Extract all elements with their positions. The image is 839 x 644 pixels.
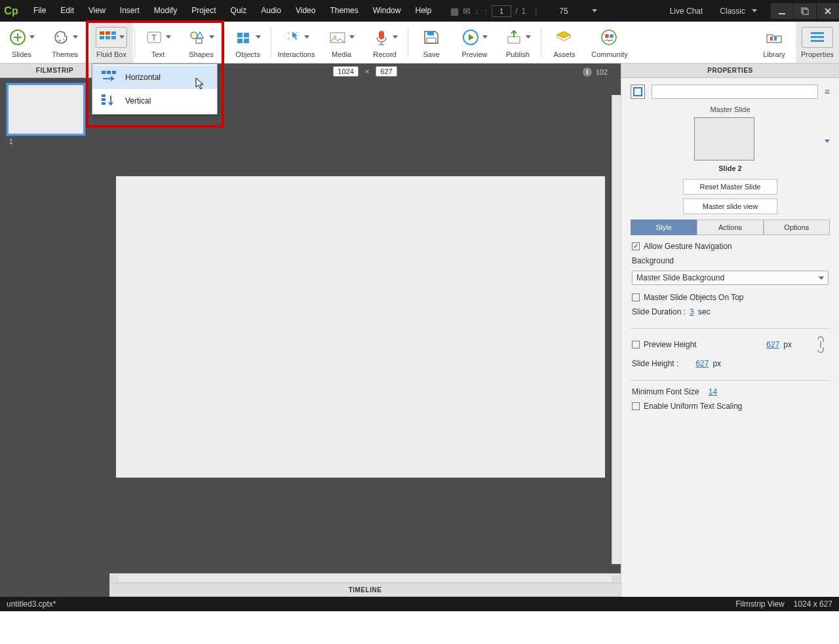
slide-canvas[interactable] (116, 176, 605, 478)
page-sep: / (515, 7, 517, 16)
slide-duration-label: Slide Duration : (632, 307, 686, 316)
page-current-input[interactable]: 1 (492, 5, 511, 17)
tool-slides[interactable]: Slides (0, 22, 43, 63)
menu-window[interactable]: Window (366, 0, 408, 22)
tool-media[interactable]: Media (320, 22, 363, 63)
tool-text[interactable]: TText (136, 22, 180, 63)
svg-rect-23 (379, 31, 384, 39)
tool-themes[interactable]: Themes (43, 22, 87, 63)
layout-icon[interactable]: ▦ (450, 6, 459, 16)
status-bar: untitled3.cptx* Filmstrip View 1024 x 62… (0, 597, 839, 611)
minimize-button[interactable] (771, 3, 793, 19)
svg-point-28 (602, 30, 616, 45)
timeline-header[interactable]: TIMELINE (109, 582, 621, 597)
menu-help[interactable]: Help (408, 0, 439, 22)
menu-video[interactable]: Video (288, 0, 322, 22)
canvas-height-field[interactable]: 627 (376, 66, 397, 77)
min-font-size-value[interactable]: 14 (709, 387, 717, 396)
fluid-box-dropdown: Horizontal Vertical (92, 64, 218, 115)
workspace-dropdown-icon[interactable] (752, 9, 757, 12)
svg-rect-18 (244, 33, 249, 37)
menu-view[interactable]: View (81, 0, 113, 22)
canvas-area: 1024 × 627 102 TIMELINE (109, 64, 621, 597)
reset-master-slide-button[interactable]: Reset Master Slide (683, 179, 777, 195)
tool-interactions[interactable]: Interactions (273, 22, 320, 63)
dropdown-item-vertical[interactable]: Vertical (92, 89, 217, 113)
svg-rect-40 (107, 71, 111, 74)
tool-publish[interactable]: Publish (496, 22, 539, 63)
master-slide-dropdown-icon[interactable] (825, 140, 830, 143)
menu-insert[interactable]: Insert (113, 0, 147, 22)
svg-rect-19 (237, 39, 243, 43)
properties-header: PROPERTIES (621, 64, 839, 78)
object-name-input[interactable] (652, 85, 818, 99)
master-slide-view-button[interactable]: Master slide view (683, 199, 777, 214)
app-logo: Cp (0, 0, 22, 22)
ruler-position: 102 (596, 68, 608, 76)
workspace-selector[interactable]: Classic (720, 7, 745, 16)
object-type-icon (631, 85, 645, 99)
slide-height-value[interactable]: 627 (695, 359, 709, 368)
px-label: px (783, 340, 792, 349)
horizontal-scrollbar[interactable] (109, 573, 621, 582)
breakpoint-marker-icon[interactable] (581, 66, 593, 78)
tool-objects[interactable]: Objects (226, 22, 269, 63)
tab-actions[interactable]: Actions (697, 219, 763, 235)
svg-rect-35 (811, 40, 824, 42)
preview-height-value[interactable]: 627 (766, 340, 779, 349)
menu-themes[interactable]: Themes (322, 0, 365, 22)
menu-file[interactable]: File (26, 0, 53, 22)
menu-audio[interactable]: Audio (254, 0, 288, 22)
svg-rect-8 (106, 31, 110, 35)
menu-edit[interactable]: Edit (53, 0, 81, 22)
tool-save[interactable]: Save (410, 22, 453, 63)
mail-icon[interactable]: ✉ (463, 6, 471, 16)
tool-fluid-box[interactable]: Fluid Box (90, 22, 133, 63)
svg-text:T: T (151, 33, 157, 43)
tool-shapes[interactable]: Shapes (180, 22, 223, 63)
tool-preview[interactable]: Preview (453, 22, 496, 63)
zoom-dropdown-icon[interactable] (592, 9, 597, 12)
tab-style[interactable]: Style (631, 219, 697, 235)
svg-point-30 (610, 34, 614, 38)
arrow-up-icon[interactable]: ↑ (483, 6, 488, 16)
uniform-text-scaling-checkbox[interactable]: Enable Uniform Text Scaling (632, 402, 743, 411)
svg-rect-7 (100, 31, 104, 35)
link-heights-icon[interactable] (813, 335, 829, 354)
tool-assets[interactable]: Assets (543, 22, 586, 63)
slide-duration-value[interactable]: 3 (690, 307, 694, 316)
menu-project[interactable]: Project (184, 0, 223, 22)
svg-rect-39 (102, 71, 106, 74)
slide-thumbnail-1[interactable] (7, 83, 85, 136)
master-slide-thumbnail[interactable] (694, 117, 754, 161)
object-menu-icon[interactable]: ≡ (825, 86, 830, 97)
status-dimensions: 1024 x 627 (794, 599, 832, 609)
menu-bar: File Edit View Insert Modify Project Qui… (26, 0, 439, 22)
status-filename: untitled3.cptx* (7, 599, 56, 609)
background-label: Background (632, 256, 674, 265)
zoom-value[interactable]: 75 (559, 7, 587, 16)
tool-properties[interactable]: Properties (796, 22, 839, 63)
svg-point-29 (605, 34, 609, 38)
svg-rect-16 (196, 39, 202, 43)
live-chat-link[interactable]: Live Chat (670, 7, 703, 16)
vertical-scrollbar[interactable] (612, 95, 621, 564)
allow-gesture-checkbox[interactable]: Allow Gesture Navigation (632, 242, 732, 251)
arrow-down-icon[interactable]: ↓ (475, 6, 479, 16)
menu-quiz[interactable]: Quiz (224, 0, 254, 22)
tool-record[interactable]: Record (363, 22, 406, 63)
tool-library[interactable]: Library (752, 22, 796, 63)
tool-community[interactable]: Community (586, 22, 633, 63)
canvas-width-field[interactable]: 1024 (333, 66, 358, 77)
maximize-button[interactable] (794, 3, 816, 19)
svg-rect-44 (102, 102, 106, 105)
svg-point-5 (59, 39, 61, 41)
svg-point-6 (63, 38, 65, 40)
menu-modify[interactable]: Modify (147, 0, 184, 22)
dropdown-item-horizontal[interactable]: Horizontal (92, 66, 217, 89)
preview-height-checkbox[interactable]: Preview Height (632, 340, 697, 349)
objects-on-top-checkbox[interactable]: Master Slide Objects On Top (632, 293, 744, 302)
background-dropdown[interactable]: Master Slide Background (632, 271, 829, 285)
close-button[interactable] (817, 3, 839, 19)
tab-options[interactable]: Options (764, 219, 830, 235)
